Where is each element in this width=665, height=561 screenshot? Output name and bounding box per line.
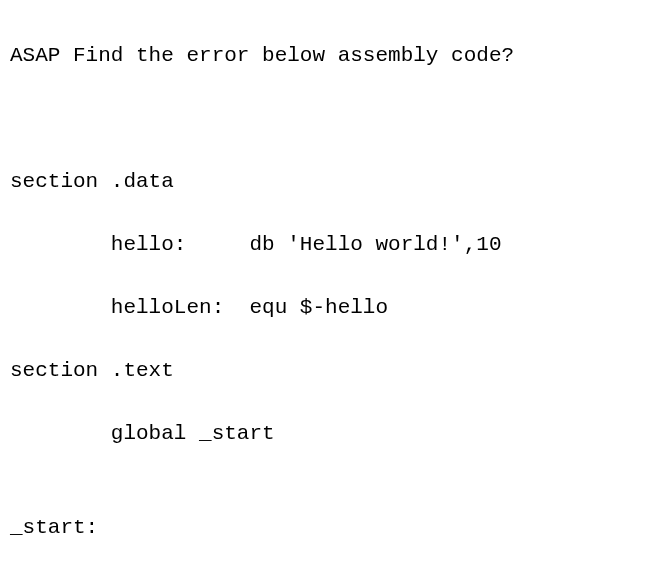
code-line: _start: <box>10 512 655 544</box>
question-title: ASAP Find the error below assembly code? <box>10 40 655 72</box>
code-line: global _start <box>10 418 655 450</box>
code-line: section .text <box>10 355 655 387</box>
code-line: section .data <box>10 166 655 198</box>
code-line: hello: db 'Hello world!',10 <box>10 229 655 261</box>
document-page: ASAP Find the error below assembly code?… <box>0 0 665 561</box>
blank-line <box>10 103 655 135</box>
code-line: helloLen: equ $-hello <box>10 292 655 324</box>
